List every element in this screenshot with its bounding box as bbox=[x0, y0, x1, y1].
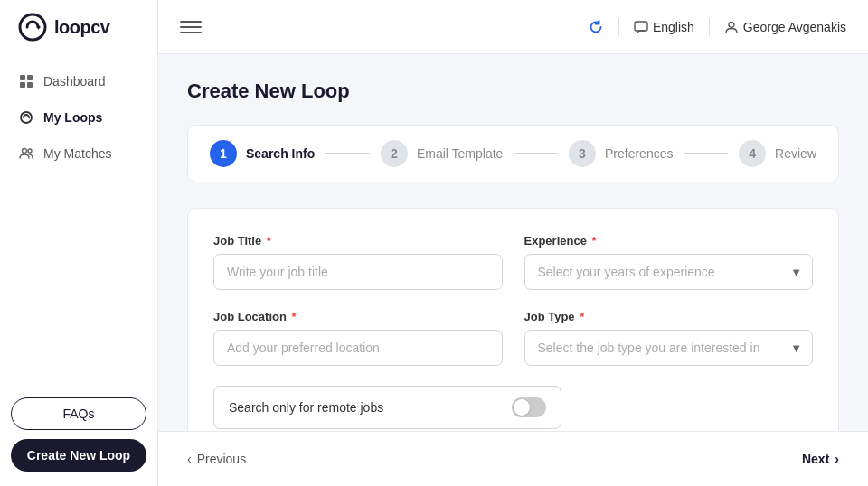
experience-select[interactable]: Select your years of experience 1-2 year… bbox=[524, 254, 814, 290]
step-4-label: Review bbox=[775, 146, 816, 161]
step-1-label: Search Info bbox=[246, 146, 315, 161]
svg-rect-4 bbox=[20, 82, 25, 88]
svg-marker-1 bbox=[38, 24, 41, 30]
refresh-icon[interactable] bbox=[588, 19, 604, 35]
job-title-input[interactable] bbox=[213, 254, 503, 290]
connector-1 bbox=[326, 153, 370, 154]
page-title: Create New Loop bbox=[187, 79, 839, 103]
chat-icon bbox=[634, 20, 648, 34]
logo-icon bbox=[18, 13, 47, 42]
sidebar-item-my-loops[interactable]: My Loops bbox=[0, 99, 157, 136]
page-content: Create New Loop 1 Search Info 2 Email Te… bbox=[158, 54, 868, 431]
hamburger-menu[interactable] bbox=[180, 16, 202, 38]
job-location-input[interactable] bbox=[213, 330, 503, 366]
svg-point-8 bbox=[23, 149, 27, 154]
step-1[interactable]: 1 Search Info bbox=[210, 140, 315, 167]
sidebar-item-my-matches-label: My Matches bbox=[43, 146, 111, 161]
sidebar-item-dashboard[interactable]: Dashboard bbox=[0, 63, 157, 99]
step-2-label: Email Template bbox=[417, 146, 503, 161]
sidebar-item-dashboard-label: Dashboard bbox=[43, 74, 106, 89]
top-nav: English George Avgenakis bbox=[158, 0, 868, 54]
job-type-select[interactable]: Select the job type you are interested i… bbox=[524, 330, 814, 366]
connector-3 bbox=[684, 153, 728, 154]
divider-1 bbox=[618, 18, 619, 36]
user-icon bbox=[724, 20, 739, 34]
loops-icon bbox=[18, 109, 34, 126]
topnav-left bbox=[180, 16, 202, 38]
prev-chevron-icon: ‹ bbox=[187, 452, 192, 466]
remote-jobs-toggle-row: Search only for remote jobs bbox=[213, 386, 561, 429]
step-3-label: Preferences bbox=[605, 146, 673, 161]
step-2[interactable]: 2 Email Template bbox=[381, 140, 503, 167]
form-row-2: Job Location * Job Type * Select the job… bbox=[213, 310, 813, 366]
next-button[interactable]: Next › bbox=[802, 444, 839, 473]
remote-jobs-label: Search only for remote jobs bbox=[229, 400, 512, 415]
search-info-form: Job Title * Experience * Select your yea… bbox=[187, 208, 839, 431]
step-2-number: 2 bbox=[381, 140, 408, 167]
connector-2 bbox=[514, 153, 558, 154]
sidebar-item-my-matches[interactable]: My Matches bbox=[0, 136, 157, 172]
svg-point-0 bbox=[20, 14, 45, 40]
topnav-right: English George Avgenakis bbox=[588, 18, 846, 36]
experience-required: * bbox=[589, 234, 597, 248]
job-location-label: Job Location * bbox=[213, 310, 503, 323]
language-label: English bbox=[653, 20, 694, 34]
main-content: English George Avgenakis Create New Loop… bbox=[158, 0, 868, 486]
job-type-required: * bbox=[577, 310, 585, 323]
step-4[interactable]: 4 Review bbox=[739, 140, 816, 167]
sidebar-bottom: FAQs Create New Loop bbox=[0, 383, 157, 486]
job-title-label: Job Title * bbox=[213, 234, 503, 248]
previous-button[interactable]: ‹ Previous bbox=[187, 444, 246, 473]
step-3[interactable]: 3 Preferences bbox=[569, 140, 673, 167]
svg-point-9 bbox=[28, 149, 32, 153]
form-row-1: Job Title * Experience * Select your yea… bbox=[213, 234, 813, 290]
user-name: George Avgenakis bbox=[743, 20, 846, 34]
svg-rect-5 bbox=[27, 82, 33, 88]
bottom-navigation: ‹ Previous Next › bbox=[158, 431, 868, 486]
experience-label: Experience * bbox=[524, 234, 814, 248]
create-new-loop-button[interactable]: Create New Loop bbox=[11, 439, 146, 472]
step-3-number: 3 bbox=[569, 140, 596, 167]
job-location-group: Job Location * bbox=[213, 310, 503, 366]
stepper: 1 Search Info 2 Email Template 3 Prefere… bbox=[187, 125, 839, 182]
user-menu[interactable]: George Avgenakis bbox=[724, 20, 846, 34]
svg-rect-3 bbox=[27, 75, 33, 80]
job-type-label: Job Type * bbox=[524, 310, 814, 323]
experience-group: Experience * Select your years of experi… bbox=[524, 234, 814, 290]
svg-rect-2 bbox=[20, 75, 25, 80]
svg-rect-10 bbox=[635, 22, 647, 31]
divider-2 bbox=[709, 18, 710, 36]
matches-icon bbox=[18, 145, 34, 162]
job-title-required: * bbox=[263, 234, 271, 248]
job-type-group: Job Type * Select the job type you are i… bbox=[524, 310, 814, 366]
next-chevron-icon: › bbox=[835, 452, 839, 466]
sidebar-item-my-loops-label: My Loops bbox=[43, 110, 102, 125]
language-selector[interactable]: English bbox=[634, 20, 694, 34]
faqs-button[interactable]: FAQs bbox=[11, 397, 146, 430]
step-4-number: 4 bbox=[739, 140, 766, 167]
sidebar: loopcv Dashboard bbox=[0, 0, 158, 486]
dashboard-icon bbox=[18, 73, 34, 89]
logo: loopcv bbox=[0, 0, 157, 54]
job-title-group: Job Title * bbox=[213, 234, 503, 290]
logo-text: loopcv bbox=[54, 17, 109, 38]
remote-jobs-toggle[interactable] bbox=[512, 397, 546, 417]
svg-point-11 bbox=[729, 22, 734, 27]
sidebar-nav: Dashboard My Loops bbox=[0, 54, 157, 383]
step-1-number: 1 bbox=[210, 140, 237, 167]
job-type-select-wrapper: Select the job type you are interested i… bbox=[524, 330, 814, 366]
experience-select-wrapper: Select your years of experience 1-2 year… bbox=[524, 254, 814, 290]
job-location-required: * bbox=[288, 310, 297, 323]
